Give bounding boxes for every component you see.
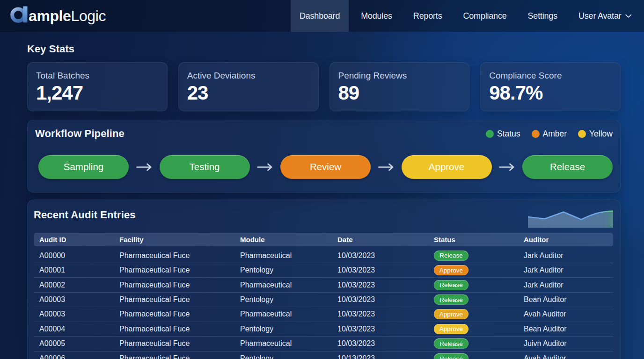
nav-item-dashboard[interactable]: Dashboard (291, 0, 349, 32)
legend-label: Status (497, 129, 520, 139)
cell-date: 10/03/2023 (332, 339, 428, 348)
brand-logo[interactable]: ampleLogic (10, 0, 106, 32)
table-row[interactable]: A00000Pharmaceutical FucePharmaceutical1… (34, 249, 613, 263)
nav-item-compliance[interactable]: Compliance (454, 0, 515, 32)
chevron-down-icon (625, 14, 632, 18)
trend-sparkline-chart (528, 208, 613, 228)
stat-card-value: 89 (338, 82, 461, 104)
cell-date: 10/03/2023 (332, 266, 428, 274)
pipeline-arrow-icon (136, 163, 152, 171)
cell-auditor: Jark Auditor (518, 251, 614, 260)
legend-dot-status (486, 130, 494, 138)
pipeline-stage-release[interactable]: Release (522, 155, 613, 179)
status-badge: Approve (434, 324, 468, 334)
legend-label: Yellow (589, 129, 613, 139)
table-row[interactable]: A00003Pharmaceutical FucePentology10/03/… (34, 293, 613, 307)
cell-status: Release (428, 294, 518, 305)
cell-module: Pharmaceutical (234, 251, 332, 260)
recent-audit-title: Recent Audit Entries (34, 209, 136, 221)
col-header-facility: Facility (114, 236, 234, 244)
cell-audit-id: A00004 (34, 325, 114, 333)
pipeline-stage-approve[interactable]: Approve (402, 155, 492, 179)
cell-date: 10/03/2023 (332, 310, 428, 318)
status-badge: Release (434, 338, 468, 349)
pipeline-arrow (136, 163, 152, 171)
table-row[interactable]: A00001Pharmaceutical FucePentology10/03/… (34, 263, 613, 278)
pipeline-stage-review[interactable]: Review (280, 155, 371, 179)
legend-dot-amber (532, 130, 540, 138)
legend-label: Amber (543, 129, 567, 139)
recent-audit-panel: Recent Audit Entries (27, 200, 621, 359)
stat-card-label: Pending Reviews (338, 71, 461, 81)
stat-card-label: Active Deviations (187, 71, 310, 81)
stat-card-active-deviations: Active Deviations23 (178, 62, 319, 111)
cell-date: 10/03/2023 (332, 281, 428, 289)
cell-audit-id: A00006 (34, 354, 114, 359)
col-header-audit-id: Audit ID (34, 236, 114, 244)
status-badge: Approve (434, 265, 468, 275)
pipeline-legend: StatusAmberYellow (486, 129, 613, 139)
cell-module: Pharmaceutical (234, 339, 332, 348)
pipeline-stage-testing[interactable]: Testing (160, 155, 250, 179)
cell-status: Approve (428, 309, 518, 319)
brand-name-bold: ample (29, 7, 71, 24)
cell-auditor: Bean Auditor (518, 295, 614, 304)
cell-audit-id: A00005 (34, 339, 114, 348)
cell-facility: Pharmaceutical Fuce (114, 295, 234, 304)
cell-module: Pharmaceutical (234, 281, 332, 289)
stat-card-total-batches: Total Batches1,247 (27, 62, 168, 111)
legend-item-yellow: Yellow (578, 129, 613, 139)
cell-status: Release (428, 353, 518, 359)
pipeline-arrow-icon (257, 163, 273, 171)
pipeline-arrow-icon (378, 163, 394, 171)
table-row[interactable]: A00006Pharmaceutical FucePentology10/13/… (34, 352, 613, 359)
nav-item-settings[interactable]: Settings (519, 0, 566, 32)
cell-facility: Pharmaceutical Fuce (114, 251, 234, 260)
stat-card-pending-reviews: Pending Reviews89 (329, 62, 470, 111)
pipeline-arrow (257, 163, 273, 171)
key-stats-title: Key Stats (27, 43, 621, 55)
nav-item-reports[interactable]: Reports (404, 0, 451, 32)
cell-module: Pentology (234, 325, 332, 333)
table-row[interactable]: A00003Pharmaceutical FucePharmaceutical1… (34, 307, 613, 322)
status-badge: Release (434, 280, 468, 290)
status-badge: Release (434, 294, 468, 305)
workflow-pipeline-title: Workflow Pipeline (35, 128, 124, 140)
brand-name-light: Logic (71, 7, 106, 24)
pipeline-stages: SamplingTestingReviewApproveRelease (38, 155, 613, 179)
cell-audit-id: A00003 (34, 310, 114, 318)
audit-table-header: Audit IDFacilityModuleDateStatusAuditor (34, 233, 613, 246)
cell-facility: Pharmaceutical Fuce (114, 325, 234, 333)
stat-card-compliance-score: Compliance Score98.7% (480, 62, 621, 111)
key-stats-cards: Total Batches1,247Active Deviations23Pen… (27, 62, 621, 111)
cell-facility: Pharmaceutical Fuce (114, 266, 234, 274)
cell-date: 10/03/2023 (332, 325, 428, 333)
cell-date: 10/03/2023 (332, 295, 428, 304)
table-row[interactable]: A00004Pharmaceutical FucePentology10/03/… (34, 322, 613, 337)
nav-item-modules[interactable]: Modules (352, 0, 401, 32)
table-row[interactable]: A00002Pharmaceutical FucePharmaceutical1… (34, 278, 613, 292)
brand-name: ampleLogic (29, 7, 106, 25)
cell-module: Pentology (234, 295, 332, 304)
cell-audit-id: A00001 (34, 266, 114, 274)
table-row[interactable]: A00005Pharmaceutical FucePharmaceutical1… (34, 337, 613, 351)
cell-audit-id: A00002 (34, 281, 114, 289)
cell-facility: Pharmaceutical Fuce (114, 310, 234, 318)
pipeline-stage-sampling[interactable]: Sampling (38, 155, 129, 179)
legend-item-status: Status (486, 129, 520, 139)
cell-auditor: Avah Auditor (518, 354, 614, 359)
user-avatar-menu[interactable]: User Avatar (570, 0, 644, 32)
stat-card-label: Total Batches (36, 71, 159, 81)
cell-module: Pentology (234, 354, 332, 359)
cell-date: 10/03/2023 (332, 251, 428, 260)
col-header-module: Module (234, 236, 332, 244)
audit-table-body: A00000Pharmaceutical FucePharmaceutical1… (34, 249, 613, 359)
cell-status: Approve (428, 265, 518, 275)
status-badge: Approve (434, 309, 468, 319)
workflow-pipeline-panel: Workflow Pipeline StatusAmberYellow Samp… (27, 120, 621, 193)
cell-status: Release (428, 251, 518, 261)
cell-status: Approve (428, 324, 518, 334)
cell-auditor: Bean Auditor (518, 325, 614, 333)
cell-audit-id: A00003 (34, 295, 114, 304)
legend-dot-yellow (578, 130, 586, 138)
